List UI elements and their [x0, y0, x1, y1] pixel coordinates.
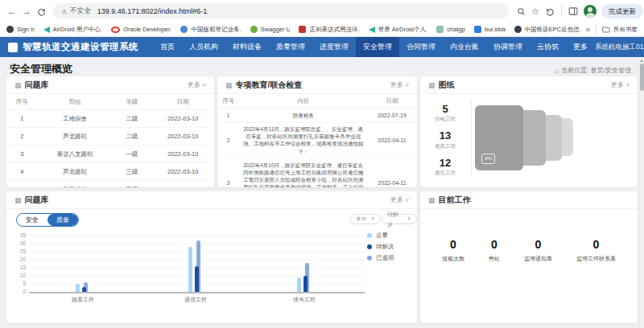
- bookmark-label: bui.slide: [485, 26, 506, 33]
- scrollbar-up-arrow[interactable]: ▲: [639, 58, 644, 63]
- airdroid-icon: [43, 27, 50, 33]
- panel-header: ▦ 图纸 更多 >: [420, 76, 638, 94]
- home-icon: ⌂: [555, 67, 559, 75]
- table-cell: 5: [6, 181, 38, 188]
- table-header-row: 序号内容日期: [217, 94, 417, 109]
- column-header: 序号: [6, 94, 38, 110]
- current-work-panel: ▦ 目前工作 0巡视次数0旁站0监理通知单0监理工作联系单: [420, 191, 638, 323]
- nav-item-更多[interactable]: 更多: [566, 37, 595, 57]
- legend-item: 待解决: [367, 243, 394, 251]
- bookmark-item[interactable]: Sign In: [6, 26, 35, 33]
- vertical-divider: [471, 100, 472, 178]
- blue-square-icon: [474, 26, 481, 33]
- work-stats: 0巡视次数0旁站0监理通知单0监理工作联系单: [420, 238, 638, 263]
- reload-icon[interactable]: [34, 4, 48, 18]
- table-row[interactable]: 2芦北路站二级2022-03-10: [6, 128, 214, 146]
- legend-label: 已逾期: [376, 254, 394, 262]
- stat-label: 供电工程: [435, 116, 456, 123]
- legend-dot: [367, 256, 372, 260]
- table-row[interactable]: 5欣源道站三级2022-03-10: [6, 181, 214, 188]
- bookmarks-overflow-chevron[interactable]: »: [585, 25, 590, 34]
- bookmark-item[interactable]: chatgpt: [436, 26, 465, 33]
- bookmark-label: 中国铁设EPC总包信...: [525, 26, 581, 34]
- panel-grid-icon: ▦: [14, 81, 22, 89]
- all-bookmarks-button[interactable]: 所有书签: [602, 26, 638, 34]
- blue-circle-icon: [180, 26, 188, 33]
- nav-item-安全管理[interactable]: 安全管理: [356, 37, 399, 57]
- y-axis-tick: 20: [10, 256, 26, 262]
- profile-avatar[interactable]: [584, 5, 597, 18]
- table-row[interactable]: 1防暑检查2022-07-19: [217, 109, 417, 123]
- bookmark-item[interactable]: Swagger UI: [250, 26, 291, 33]
- page-scrollbar[interactable]: ▲: [638, 57, 644, 328]
- more-link[interactable]: 更多 >: [390, 80, 409, 89]
- category-label: 通信工程: [163, 296, 228, 304]
- bookmark-item[interactable]: 登录 AirDroid个人...: [369, 26, 428, 34]
- stat-value: 0: [576, 238, 616, 251]
- folder-icon: [602, 26, 610, 33]
- bookmark-item[interactable]: Oracle Developer...: [111, 26, 171, 33]
- education-panel: ▦ 专项教育/联合检查 更多 > 序号内容日期 1防暑检查2022-07-192…: [217, 76, 417, 187]
- table-row[interactable]: 32022年4月10日，路安监理部安全监理、通信专监会同中国铁路通信信号上海工程…: [217, 158, 417, 187]
- table-row[interactable]: 4芦北路站三级2022-03-10: [6, 163, 214, 181]
- forward-icon[interactable]: →: [19, 4, 34, 18]
- toolbar-separator: [561, 6, 562, 17]
- finish-update-button[interactable]: 完成更新: [601, 4, 643, 18]
- navbar-right: 系统机电施工01标 常规 ▼: [595, 42, 644, 53]
- table-row[interactable]: 1工地宿舍二级2022-03-10: [6, 110, 214, 128]
- education-table-body: 1防暑检查2022-07-1922022年4月11日，路安监理部总监、、安全监理…: [217, 109, 417, 188]
- chatgpt-icon: [436, 26, 444, 33]
- oracle-ring-icon: [111, 27, 120, 33]
- nav-item-进度管理[interactable]: 进度管理: [312, 37, 356, 57]
- chart-bar: [297, 277, 301, 292]
- legend-item: 已逾期: [367, 254, 394, 262]
- nav-item-协调管理[interactable]: 协调管理: [486, 37, 530, 57]
- work-stat: 0监理通知单: [524, 238, 552, 263]
- not-secure-label: 不安全: [70, 6, 91, 16]
- issues-chart-panel: ▦ 问题库 更多 > 安全 质量 本年 ▼ 待解决 ▼ 051015202530…: [6, 191, 417, 323]
- column-header: 日期: [152, 94, 214, 110]
- table-cell: 2022-03-10: [152, 181, 214, 188]
- nav-item-合同管理[interactable]: 合同管理: [399, 37, 443, 57]
- nav-item-内业台账[interactable]: 内业台账: [443, 37, 486, 57]
- breadcrumb-text: 当前位置: 首页/安全管理: [561, 66, 631, 75]
- globe-dark-icon: [514, 26, 522, 33]
- table-cell: 防暑检查: [239, 109, 367, 123]
- table-cell: 2022-03-10: [152, 110, 214, 128]
- side-panel-icon[interactable]: [566, 4, 580, 18]
- stat-label: 监理通知单: [524, 255, 552, 263]
- nav-item-云协筑[interactable]: 云协筑: [530, 37, 566, 57]
- work-stat: 0旁站: [489, 238, 500, 263]
- more-link[interactable]: 更多 >: [188, 80, 206, 89]
- nav-item-首页[interactable]: 首页: [153, 37, 182, 57]
- table-cell: 2: [6, 128, 38, 146]
- stat-label: 旁站: [489, 255, 500, 263]
- bookmark-label: chatgpt: [447, 26, 465, 33]
- bookmark-item[interactable]: 中国版权登记业务...: [180, 26, 241, 34]
- table-cell: 3: [217, 158, 239, 187]
- scrollbar-thumb[interactable]: [640, 64, 644, 91]
- table-row[interactable]: 3赛达八支路站一级2022-03-10: [6, 146, 214, 163]
- bookmark-item[interactable]: bui.slide: [474, 26, 506, 33]
- table-row[interactable]: 22022年4月11日，路安监理部总监、、安全监理、通信专监，对各站区间测量打孔…: [217, 122, 417, 158]
- nav-item-质量管理[interactable]: 质量管理: [269, 37, 312, 57]
- bookmark-star-icon[interactable]: ☆: [528, 4, 543, 18]
- update-restart-icon[interactable]: [543, 4, 557, 18]
- search-icon[interactable]: [514, 4, 528, 18]
- chart-bar: [188, 247, 192, 292]
- nav-item-材料设备[interactable]: 材料设备: [225, 37, 269, 57]
- bookmark-item[interactable]: 中国铁设EPC总包信...: [514, 26, 581, 34]
- table-cell: 2022-04-11: [367, 122, 417, 158]
- stat-value: 5: [435, 104, 456, 115]
- back-icon[interactable]: ←: [5, 4, 19, 18]
- browser-toolbar: ← → ⚠ 不安全 139.9.46.171:8022/index.html#6…: [0, 0, 644, 23]
- stat-label: 通风工程: [435, 143, 456, 150]
- nav-item-人员机构[interactable]: 人员机构: [182, 37, 225, 57]
- bookmark-item[interactable]: 正则表达式用法详...: [299, 26, 359, 34]
- address-bar[interactable]: ⚠ 不安全 139.9.46.171:8022/index.html#6-1: [53, 3, 509, 19]
- bookmark-item[interactable]: AirDroid 用户中心...: [43, 26, 103, 34]
- column-header: 内容: [239, 94, 367, 109]
- drawing-card[interactable]: JPG: [475, 105, 523, 170]
- more-link[interactable]: 更多 >: [611, 80, 630, 89]
- column-header: 部位: [38, 94, 113, 110]
